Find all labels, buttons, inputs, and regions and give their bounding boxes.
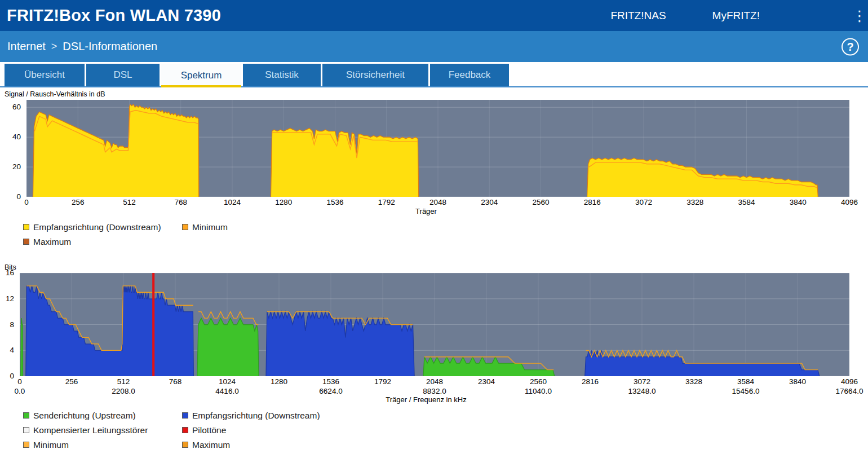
- legend-item: Maximum: [23, 235, 182, 249]
- y-tick-label: 8: [10, 320, 14, 329]
- x-tick-label: 768: [169, 377, 182, 386]
- x-tick-label: 2560: [532, 198, 549, 206]
- bits-x-axis: 0256512768102412801536179220482304256028…: [3, 376, 868, 386]
- y-tick-label: 4: [10, 346, 14, 354]
- legend-swatch: [182, 427, 188, 433]
- legend-item: Minimum: [182, 220, 228, 234]
- bits-frequency-axis: 0.02208.04416.06624.08832.011040.013248.…: [3, 386, 868, 395]
- frequency-tick-label: 8832.0: [423, 387, 446, 395]
- x-tick-label: 768: [174, 198, 187, 206]
- legend-swatch: [23, 427, 29, 433]
- tab-stoersicherheit[interactable]: Störsicherheit: [322, 64, 428, 86]
- tab-statistik[interactable]: Statistik: [243, 64, 321, 86]
- snr-x-axis: 0256512768102412801536179220482304256028…: [3, 197, 868, 206]
- x-tick-label: 0: [17, 377, 22, 386]
- x-tick-label: 4096: [841, 198, 858, 206]
- legend-swatch: [23, 442, 29, 448]
- legend-label: Minimum: [33, 440, 69, 450]
- frequency-tick-label: 4416.0: [215, 387, 238, 395]
- legend-item: Empfangsrichtung (Downstream): [182, 408, 320, 422]
- x-tick-label: 3328: [685, 377, 702, 386]
- x-tick-label: 1024: [219, 377, 236, 386]
- y-tick-label: 40: [12, 133, 21, 141]
- frequency-tick-label: 11040.0: [525, 387, 552, 395]
- frequency-tick-label: 2208.0: [112, 387, 135, 395]
- x-tick-label: 3584: [737, 377, 754, 386]
- legend-swatch: [182, 224, 188, 230]
- breadcrumb: Internet > DSL-Informationen ?: [0, 31, 868, 62]
- snr-chart: Signal / Rausch-Verhältnis in dB 0204060…: [0, 90, 868, 249]
- legend-item: Kompensierter Leitungsstörer: [23, 423, 182, 437]
- snr-y-axis: 0204060: [3, 100, 24, 197]
- frequency-tick-label: 15456.0: [732, 387, 760, 395]
- plot-canvas: [26, 100, 849, 197]
- legend-swatch: [23, 412, 29, 419]
- x-tick-label: 4096: [841, 377, 858, 386]
- legend-swatch: [23, 239, 29, 245]
- tab-bar: Übersicht DSL Spektrum Statistik Störsic…: [0, 62, 868, 87]
- legend-item: Minimum: [23, 438, 182, 452]
- x-tick-label: 1792: [374, 377, 391, 386]
- help-icon[interactable]: ?: [842, 38, 859, 55]
- legend-label: Empfangsrichtung (Downstream): [192, 411, 320, 421]
- x-tick-label: 3840: [789, 377, 806, 386]
- header-links: FRITZ!NAS MyFRITZ!: [610, 10, 868, 22]
- tab-uebersicht[interactable]: Übersicht: [5, 64, 85, 86]
- y-tick-label: 12: [6, 294, 14, 303]
- tab-feedback[interactable]: Feedback: [430, 64, 509, 86]
- x-tick-label: 3072: [635, 198, 652, 206]
- x-tick-label: 1280: [275, 198, 292, 206]
- x-tick-label: 2816: [584, 198, 601, 206]
- legend-item: Senderichtung (Upstream): [23, 408, 182, 422]
- bits-plot-area: [20, 273, 849, 376]
- x-tick-label: 0: [24, 198, 29, 206]
- x-tick-label: 1280: [271, 377, 287, 386]
- legend-label: Pilottöne: [192, 425, 226, 435]
- frequency-tick-label: 0.0: [15, 387, 25, 395]
- header-bar: FRITZ!Box Fon WLAN 7390 FRITZ!NAS MyFRIT…: [0, 0, 868, 31]
- x-tick-label: 3328: [687, 198, 703, 206]
- legend-label: Empfangsrichtung (Downstream): [33, 222, 161, 232]
- x-tick-label: 2048: [429, 198, 446, 206]
- legend-swatch: [182, 442, 188, 448]
- tab-spektrum[interactable]: Spektrum: [161, 64, 241, 87]
- fritznas-link[interactable]: FRITZ!NAS: [610, 10, 666, 22]
- snr-chart-title: Signal / Rausch-Verhältnis in dB: [5, 90, 868, 98]
- legend-label: Kompensierter Leitungsstörer: [33, 425, 148, 435]
- legend-item: Empfangsrichtung (Downstream): [23, 220, 182, 234]
- myfritz-link[interactable]: MyFRITZ!: [712, 10, 760, 22]
- bits-chart-title: Bits: [5, 263, 868, 271]
- x-tick-label: 1536: [322, 377, 339, 386]
- snr-legend: Empfangsrichtung (Downstream)MinimumMaxi…: [23, 220, 228, 249]
- x-tick-label: 2048: [426, 377, 443, 386]
- x-tick-label: 512: [123, 198, 136, 206]
- snr-x-axis-label: Träger: [3, 207, 849, 215]
- breadcrumb-separator-icon: >: [51, 41, 57, 52]
- legend-label: Maximum: [192, 440, 230, 450]
- frequency-tick-label: 6624.0: [319, 387, 342, 395]
- legend-swatch: [23, 224, 29, 230]
- x-tick-label: 3072: [634, 377, 650, 386]
- breadcrumb-section[interactable]: Internet: [7, 40, 46, 53]
- x-tick-label: 2560: [530, 377, 547, 386]
- legend-item: Maximum: [182, 438, 320, 452]
- x-tick-label: 512: [117, 377, 130, 386]
- legend-item: Pilottöne: [182, 423, 320, 437]
- app-title: FRITZ!Box Fon WLAN 7390: [7, 6, 221, 25]
- y-tick-label: 20: [12, 162, 21, 171]
- kebab-menu-icon[interactable]: ⋮: [852, 8, 867, 23]
- x-tick-label: 3840: [790, 198, 807, 206]
- bits-chart: Bits 0481216 025651276810241280153617922…: [0, 263, 868, 452]
- legend-label: Minimum: [192, 222, 228, 232]
- y-tick-label: 60: [12, 103, 21, 111]
- y-tick-label: 16: [6, 268, 14, 277]
- x-tick-label: 1024: [224, 198, 241, 206]
- frequency-tick-label: 13248.0: [628, 387, 656, 395]
- x-tick-label: 3584: [738, 198, 755, 206]
- legend-label: Senderichtung (Upstream): [33, 411, 136, 421]
- bits-x-axis-label: Träger / Frequenz in kHz: [3, 395, 849, 404]
- bits-y-axis: 0481216: [3, 273, 17, 376]
- x-tick-label: 1792: [378, 198, 395, 206]
- x-tick-label: 2304: [481, 198, 498, 206]
- tab-dsl[interactable]: DSL: [86, 64, 160, 86]
